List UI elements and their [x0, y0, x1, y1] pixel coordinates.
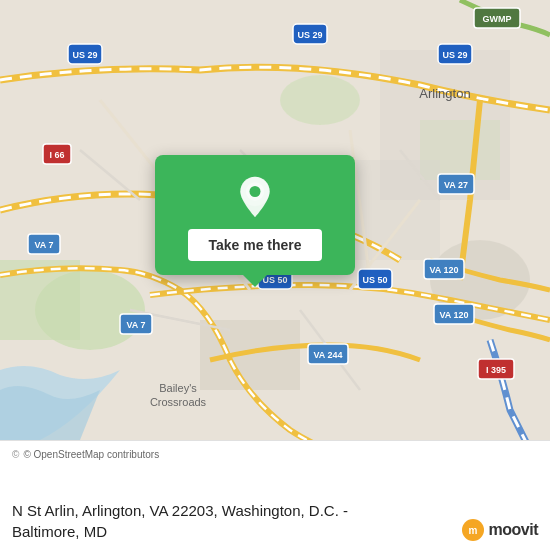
- bottom-bar: © © OpenStreetMap contributors N St Arli…: [0, 440, 550, 550]
- svg-point-4: [280, 75, 360, 125]
- svg-text:VA 120: VA 120: [429, 265, 458, 275]
- map-container[interactable]: US 29 US 29 US 29 I 66 I 66 VA 7 VA 7 VA…: [0, 0, 550, 440]
- svg-text:US 29: US 29: [72, 50, 97, 60]
- address-text: N St Arlin, Arlington, VA 22203, Washing…: [12, 500, 348, 542]
- svg-text:VA 27: VA 27: [444, 180, 468, 190]
- svg-text:VA 7: VA 7: [34, 240, 53, 250]
- svg-text:US 29: US 29: [442, 50, 467, 60]
- svg-point-56: [250, 186, 261, 197]
- moovit-icon: m: [461, 518, 485, 542]
- osm-credit-text: © OpenStreetMap contributors: [23, 449, 159, 460]
- svg-text:Bailey's: Bailey's: [159, 382, 197, 394]
- svg-text:VA 244: VA 244: [313, 350, 342, 360]
- svg-text:Arlington: Arlington: [419, 86, 470, 101]
- location-pin-icon: [233, 175, 277, 219]
- svg-text:GWMP: GWMP: [483, 14, 512, 24]
- popup-card: Take me there: [155, 155, 355, 275]
- svg-text:m: m: [468, 525, 477, 536]
- svg-text:Crossroads: Crossroads: [150, 396, 207, 408]
- address-row: N St Arlin, Arlington, VA 22203, Washing…: [12, 464, 538, 542]
- take-me-there-button[interactable]: Take me there: [188, 229, 321, 261]
- svg-text:US 50: US 50: [362, 275, 387, 285]
- address-line1: N St Arlin, Arlington, VA 22203, Washing…: [12, 502, 348, 519]
- copyright-symbol: ©: [12, 449, 19, 460]
- moovit-app-name: moovit: [489, 521, 538, 539]
- osm-credit: © © OpenStreetMap contributors: [12, 449, 538, 460]
- svg-text:VA 120: VA 120: [439, 310, 468, 320]
- svg-text:US 29: US 29: [297, 30, 322, 40]
- moovit-logo[interactable]: m moovit: [461, 518, 538, 542]
- address-line2: Baltimore, MD: [12, 523, 107, 540]
- svg-text:I 66: I 66: [49, 150, 64, 160]
- svg-text:I 395: I 395: [486, 365, 506, 375]
- svg-text:VA 7: VA 7: [126, 320, 145, 330]
